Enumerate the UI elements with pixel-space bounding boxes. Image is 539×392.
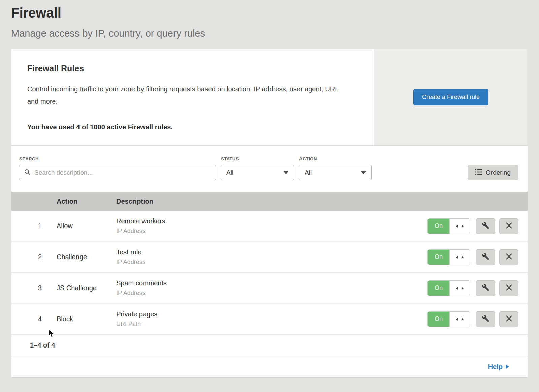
toggle-on-label[interactable]: On xyxy=(428,250,449,265)
wrench-icon xyxy=(482,315,489,323)
wrench-icon xyxy=(482,222,489,230)
wrench-icon xyxy=(482,253,489,261)
toggle-arrows-icon[interactable] xyxy=(449,281,470,296)
help-arrow-icon xyxy=(506,364,509,369)
action-column-header: Action xyxy=(42,198,101,205)
chevron-down-icon xyxy=(284,171,288,174)
pagination: 1–4 of 4 xyxy=(11,335,528,356)
filters-bar: SEARCH STATUS All ACTION All xyxy=(11,146,528,192)
status-label: STATUS xyxy=(221,156,294,161)
rule-action: Allow xyxy=(42,222,101,230)
toggle-on-label[interactable]: On xyxy=(428,219,449,234)
edit-rule-button[interactable] xyxy=(476,249,495,265)
status-select[interactable]: All xyxy=(221,165,294,180)
search-box[interactable] xyxy=(19,165,216,180)
toggle-arrows-icon[interactable] xyxy=(449,312,470,327)
status-value: All xyxy=(226,169,233,176)
firewall-rules-card: Firewall Rules Control incoming traffic … xyxy=(11,49,528,378)
delete-rule-button[interactable] xyxy=(499,218,518,234)
description-column-header: Description xyxy=(101,198,528,205)
table-header-row: Action Description xyxy=(11,192,528,211)
ordering-button[interactable]: Ordering xyxy=(468,165,518,180)
chevron-down-icon xyxy=(361,171,366,174)
rule-description: Private pages xyxy=(116,310,427,318)
search-input[interactable] xyxy=(34,169,211,177)
delete-rule-button[interactable] xyxy=(499,280,518,296)
table-row: 1 Allow Remote workers IP Address On xyxy=(11,211,528,242)
rule-enabled-toggle[interactable]: On xyxy=(427,311,470,327)
ordering-button-label: Ordering xyxy=(486,169,511,176)
rule-description-cell: Private pages URI Path xyxy=(101,310,427,328)
table-row: 2 Challenge Test rule IP Address On xyxy=(11,242,528,273)
action-select[interactable]: All xyxy=(299,165,372,180)
rule-match-type: IP Address xyxy=(116,259,427,266)
edit-rule-button[interactable] xyxy=(476,218,495,234)
toggle-arrows-icon[interactable] xyxy=(449,219,470,234)
rule-description: Spam comments xyxy=(116,279,427,287)
toggle-on-label[interactable]: On xyxy=(428,312,449,327)
firewall-page: Firewall Manage access by IP, country, o… xyxy=(0,0,539,378)
rule-controls: On xyxy=(427,249,528,265)
rule-enabled-toggle[interactable]: On xyxy=(427,249,470,265)
search-filter-group: SEARCH xyxy=(19,156,216,180)
close-icon xyxy=(506,315,512,323)
rule-match-type: URI Path xyxy=(116,321,427,328)
rule-enabled-toggle[interactable]: On xyxy=(427,218,470,234)
rule-match-type: IP Address xyxy=(116,290,427,297)
action-label: ACTION xyxy=(299,156,372,161)
table-row: 4 Block Private pages URI Path On xyxy=(11,304,528,335)
action-value: All xyxy=(305,169,312,176)
rule-action: JS Challenge xyxy=(42,284,101,292)
card-heading: Firewall Rules xyxy=(27,64,354,73)
edit-rule-button[interactable] xyxy=(476,280,495,296)
rule-controls: On xyxy=(427,280,528,296)
close-icon xyxy=(506,284,512,292)
card-intro: Firewall Rules Control incoming traffic … xyxy=(11,49,374,145)
card-top-section: Firewall Rules Control incoming traffic … xyxy=(11,49,528,146)
ordering-list-icon xyxy=(475,169,482,177)
rule-action: Block xyxy=(42,315,101,323)
rule-description-cell: Remote workers IP Address xyxy=(101,217,427,235)
status-filter-group: STATUS All xyxy=(221,156,294,180)
page-title: Firewall xyxy=(11,5,528,21)
rule-priority: 3 xyxy=(11,284,42,292)
close-icon xyxy=(506,253,512,261)
rule-action: Challenge xyxy=(42,253,101,261)
rule-match-type: IP Address xyxy=(116,228,427,235)
card-footer: Help xyxy=(11,356,528,377)
rule-description-cell: Spam comments IP Address xyxy=(101,279,427,297)
create-rule-panel: Create a Firewall rule xyxy=(374,49,528,145)
delete-rule-button[interactable] xyxy=(499,311,518,327)
create-firewall-rule-button[interactable]: Create a Firewall rule xyxy=(413,89,488,105)
rule-enabled-toggle[interactable]: On xyxy=(427,280,470,296)
delete-rule-button[interactable] xyxy=(499,249,518,265)
rule-controls: On xyxy=(427,218,528,234)
rule-description: Test rule xyxy=(116,248,427,256)
rule-description: Remote workers xyxy=(116,217,427,225)
page-subtitle: Manage access by IP, country, or query r… xyxy=(11,28,528,39)
rule-priority: 4 xyxy=(11,315,42,323)
card-description: Control incoming traffic to your zone by… xyxy=(27,83,347,108)
close-icon xyxy=(506,222,512,230)
help-link-label: Help xyxy=(488,363,503,371)
action-filter-group: ACTION All xyxy=(299,156,372,180)
rule-controls: On xyxy=(427,311,528,327)
rule-priority: 2 xyxy=(11,253,42,261)
wrench-icon xyxy=(482,284,489,292)
toggle-arrows-icon[interactable] xyxy=(449,250,470,265)
rules-usage-text: You have used 4 of 1000 active Firewall … xyxy=(27,123,354,131)
rule-priority: 1 xyxy=(11,222,42,230)
rule-description-cell: Test rule IP Address xyxy=(101,248,427,266)
search-icon xyxy=(24,169,31,177)
edit-rule-button[interactable] xyxy=(476,311,495,327)
toggle-on-label[interactable]: On xyxy=(428,281,449,296)
table-row: 3 JS Challenge Spam comments IP Address … xyxy=(11,273,528,304)
firewall-rules-table: Action Description 1 Allow Remote worker… xyxy=(11,192,528,356)
search-label: SEARCH xyxy=(19,156,216,161)
help-link[interactable]: Help xyxy=(488,363,509,371)
